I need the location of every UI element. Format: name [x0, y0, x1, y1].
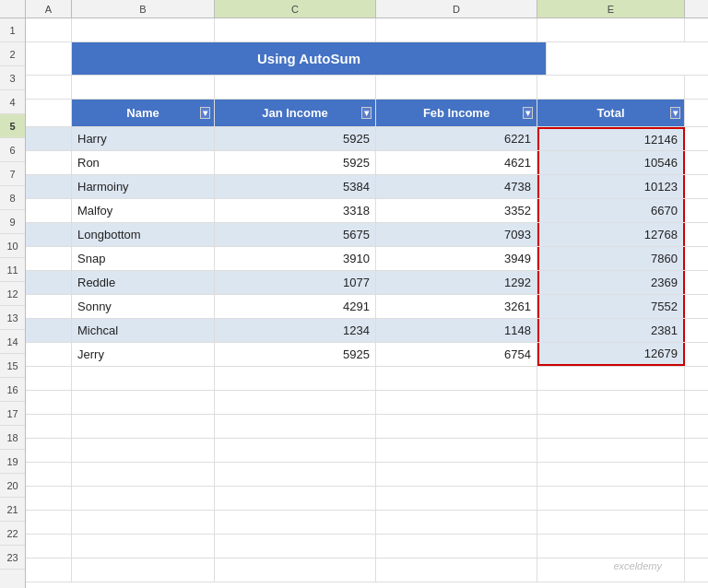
cell-b9[interactable]: Longbottom: [72, 223, 215, 246]
cell-d7[interactable]: 4738: [376, 175, 537, 198]
row-num-18[interactable]: 18: [0, 426, 25, 450]
row-num-12[interactable]: 12: [0, 282, 25, 306]
cell-e10[interactable]: 7860: [537, 247, 685, 270]
row-num-9[interactable]: 9: [0, 210, 25, 234]
col-header-a[interactable]: A: [26, 0, 72, 18]
cell-a1[interactable]: [26, 18, 72, 41]
row-num-16[interactable]: 16: [0, 378, 25, 402]
row-num-19[interactable]: 19: [0, 450, 25, 474]
col-header-b[interactable]: B: [72, 0, 215, 18]
cell-a13[interactable]: [26, 319, 72, 342]
row-num-13[interactable]: 13: [0, 306, 25, 330]
cell-e3[interactable]: [537, 76, 685, 99]
cell-e12[interactable]: 7552: [537, 295, 685, 318]
cell-a8[interactable]: [26, 199, 72, 222]
row-num-6[interactable]: 6: [0, 138, 25, 162]
cell-a12[interactable]: [26, 295, 72, 318]
row-num-23[interactable]: 23: [0, 546, 25, 570]
cell-c12[interactable]: 4291: [215, 295, 376, 318]
row-num-4[interactable]: 4: [0, 90, 25, 114]
cell-e13[interactable]: 2381: [537, 319, 685, 342]
cell-c11[interactable]: 1077: [215, 271, 376, 294]
cell-c8[interactable]: 3318: [215, 199, 376, 222]
row-num-22[interactable]: 22: [0, 522, 25, 546]
cell-e8[interactable]: 6670: [537, 199, 685, 222]
cell-d5[interactable]: 6221: [376, 127, 537, 150]
cell-a2[interactable]: [26, 42, 72, 75]
cell-b8[interactable]: Malfoy: [72, 199, 215, 222]
cell-a10[interactable]: [26, 247, 72, 270]
name-dropdown-icon[interactable]: ▾: [200, 107, 210, 119]
cell-a5[interactable]: [26, 127, 72, 150]
cell-d13[interactable]: 1148: [376, 319, 537, 342]
cell-e6[interactable]: 10546: [537, 151, 685, 174]
cell-e7[interactable]: 10123: [537, 175, 685, 198]
cell-c7[interactable]: 5384: [215, 175, 376, 198]
feb-dropdown-icon[interactable]: ▾: [523, 107, 533, 119]
cell-a3[interactable]: [26, 76, 72, 99]
row-num-15[interactable]: 15: [0, 354, 25, 378]
cell-d6[interactable]: 4621: [376, 151, 537, 174]
header-jan[interactable]: Jan Income ▾: [215, 100, 376, 126]
cell-c5[interactable]: 5925: [215, 127, 376, 150]
cell-d1[interactable]: [376, 18, 537, 41]
cell-c14[interactable]: 5925: [215, 343, 376, 366]
cell-e1[interactable]: [537, 18, 685, 41]
row-num-10[interactable]: 10: [0, 234, 25, 258]
cell-e11[interactable]: 2369: [537, 271, 685, 294]
cell-e14[interactable]: 12679: [537, 343, 685, 366]
header-feb[interactable]: Feb Income ▾: [376, 100, 537, 126]
row-num-1[interactable]: 1: [0, 18, 25, 42]
cell-a14[interactable]: [26, 343, 72, 366]
cell-d11[interactable]: 1292: [376, 271, 537, 294]
cell-c13[interactable]: 1234: [215, 319, 376, 342]
row-num-11[interactable]: 11: [0, 258, 25, 282]
row-num-17[interactable]: 17: [0, 402, 25, 426]
row-num-21[interactable]: 21: [0, 498, 25, 522]
row-num-7[interactable]: 7: [0, 162, 25, 186]
col-header-e[interactable]: E: [537, 0, 685, 18]
col-header-c[interactable]: C: [215, 0, 376, 18]
cell-c1[interactable]: [215, 18, 376, 41]
row-num-8[interactable]: 8: [0, 186, 25, 210]
cell-b1[interactable]: [72, 18, 215, 41]
cell-b3[interactable]: [72, 76, 215, 99]
cell-b12[interactable]: Sonny: [72, 295, 215, 318]
cell-c10[interactable]: 3910: [215, 247, 376, 270]
cell-b5[interactable]: Harry: [72, 127, 215, 150]
row-16: [26, 391, 708, 415]
row-num-3[interactable]: 3: [0, 66, 25, 90]
cell-a4[interactable]: [26, 100, 72, 126]
cell-d8[interactable]: 3352: [376, 199, 537, 222]
cell-b11[interactable]: Reddle: [72, 271, 215, 294]
cell-b13[interactable]: Michcal: [72, 319, 215, 342]
row-num-14[interactable]: 14: [0, 330, 25, 354]
col-header-d[interactable]: D: [376, 0, 537, 18]
jan-dropdown-icon[interactable]: ▾: [361, 107, 372, 119]
row-num-20[interactable]: 20: [0, 474, 25, 498]
cell-b6[interactable]: Ron: [72, 151, 215, 174]
cell-d3[interactable]: [376, 76, 537, 99]
row-num-5[interactable]: 5: [0, 114, 25, 138]
header-total[interactable]: Total ▾: [537, 100, 685, 126]
cell-c9[interactable]: 5675: [215, 223, 376, 246]
row-num-2[interactable]: 2: [0, 42, 25, 66]
cell-e9[interactable]: 12768: [537, 223, 685, 246]
cell-a9[interactable]: [26, 223, 72, 246]
header-name[interactable]: Name ▾: [72, 100, 215, 126]
cell-b7[interactable]: Harmoiny: [72, 175, 215, 198]
title-cell: Using AutoSum: [72, 42, 547, 75]
cell-d14[interactable]: 6754: [376, 343, 537, 366]
cell-c6[interactable]: 5925: [215, 151, 376, 174]
cell-a11[interactable]: [26, 271, 72, 294]
total-dropdown-icon[interactable]: ▾: [670, 107, 680, 119]
cell-d12[interactable]: 3261: [376, 295, 537, 318]
cell-d10[interactable]: 3949: [376, 247, 537, 270]
cell-b14[interactable]: Jerry: [72, 343, 215, 366]
cell-c3[interactable]: [215, 76, 376, 99]
cell-a6[interactable]: [26, 151, 72, 174]
cell-e5[interactable]: 12146: [537, 127, 685, 150]
cell-d9[interactable]: 7093: [376, 223, 537, 246]
cell-a7[interactable]: [26, 175, 72, 198]
cell-b10[interactable]: Snap: [72, 247, 215, 270]
